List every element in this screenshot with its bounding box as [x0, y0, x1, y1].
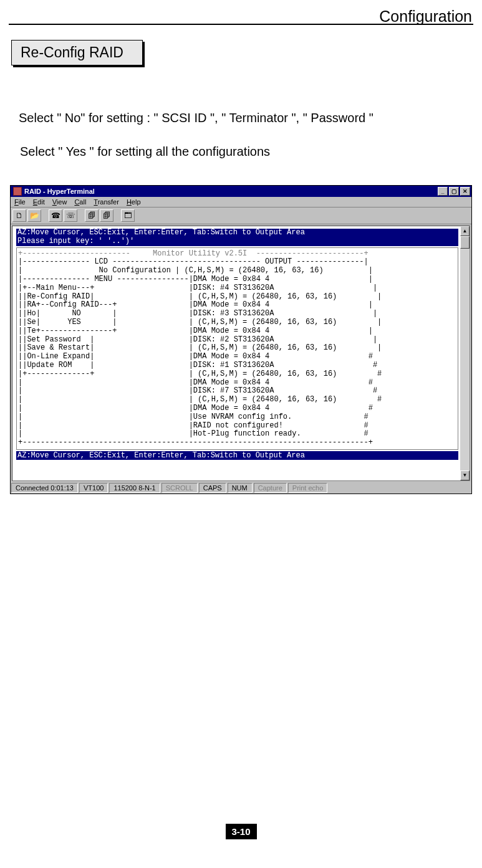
statusbar: Connected 0:01:13 VT100 115200 8-N-1 SCR… — [11, 482, 471, 494]
minimize-button[interactable]: _ — [438, 187, 448, 196]
body-text-1: Select " No" for setting : " SCSI ID ", … — [19, 109, 463, 126]
menu-call[interactable]: Call — [74, 198, 86, 206]
menu-view[interactable]: View — [52, 198, 67, 206]
toolbar: 🗋 📂 ☎ ☏ 🗐 🗐 🗔 — [11, 207, 471, 224]
section-heading: Re-Config RAID — [11, 40, 143, 65]
vertical-scrollbar[interactable]: ▲ ▼ — [460, 226, 470, 480]
connect-icon[interactable]: ☎ — [49, 209, 62, 222]
terminal-content[interactable]: AZ:Move Cursor, ESC:Exit, Enter:Enter, T… — [12, 226, 460, 480]
page-header: Configuration — [379, 7, 472, 26]
terminal-output-box: +------------------------ Monitor Utilit… — [16, 247, 458, 450]
page-number: 3-10 — [225, 824, 256, 839]
receive-icon[interactable]: 🗐 — [100, 209, 113, 222]
disconnect-icon[interactable]: ☏ — [64, 209, 77, 222]
scroll-track[interactable] — [460, 236, 470, 470]
status-port: 115200 8-N-1 — [109, 483, 160, 493]
terminal-body: |--------------- LCD -------------------… — [18, 258, 456, 447]
titlebar: RAID - HyperTerminal _ ▢ ✕ — [11, 186, 471, 197]
status-caps: CAPS — [199, 483, 226, 493]
body-text-2: Select " Yes " for setting all the confi… — [20, 143, 463, 160]
titlebar-title: RAID - HyperTerminal — [24, 188, 95, 195]
status-capture: Capture — [254, 483, 287, 493]
scroll-thumb[interactable] — [460, 236, 470, 249]
new-doc-icon[interactable]: 🗋 — [12, 209, 26, 222]
close-button[interactable]: ✕ — [460, 187, 470, 196]
hyperterminal-window: RAID - HyperTerminal _ ▢ ✕ File Edit Vie… — [10, 185, 472, 494]
maximize-button[interactable]: ▢ — [449, 187, 459, 196]
menubar: File Edit View Call Transfer Help — [11, 197, 471, 207]
menu-file[interactable]: File — [14, 198, 26, 206]
monitor-title-line: +------------------------ Monitor Utilit… — [18, 249, 369, 258]
status-emulation: VT100 — [79, 483, 108, 493]
properties-icon[interactable]: 🗔 — [121, 209, 135, 222]
status-scroll: SCROLL — [161, 483, 198, 493]
scroll-up-icon[interactable]: ▲ — [460, 226, 470, 236]
status-num: NUM — [228, 483, 253, 493]
app-icon — [13, 187, 22, 196]
scroll-down-icon[interactable]: ▼ — [460, 470, 470, 480]
status-connected: Connected 0:01:13 — [11, 483, 78, 493]
menu-edit[interactable]: Edit — [33, 198, 45, 206]
send-icon[interactable]: 🗐 — [85, 209, 99, 222]
terminal-hint-bottom: AZ:Move Cursor, ESC:Exit, Enter:Enter, T… — [16, 451, 458, 460]
open-doc-icon[interactable]: 📂 — [27, 209, 41, 222]
terminal-area: AZ:Move Cursor, ESC:Exit, Enter:Enter, T… — [12, 226, 470, 481]
status-printecho: Print echo — [288, 483, 328, 493]
menu-help[interactable]: Help — [127, 198, 141, 206]
menu-transfer[interactable]: Transfer — [94, 198, 119, 206]
terminal-hint-top: AZ:Move Cursor, ESC:Exit, Enter:Enter, T… — [16, 229, 458, 246]
